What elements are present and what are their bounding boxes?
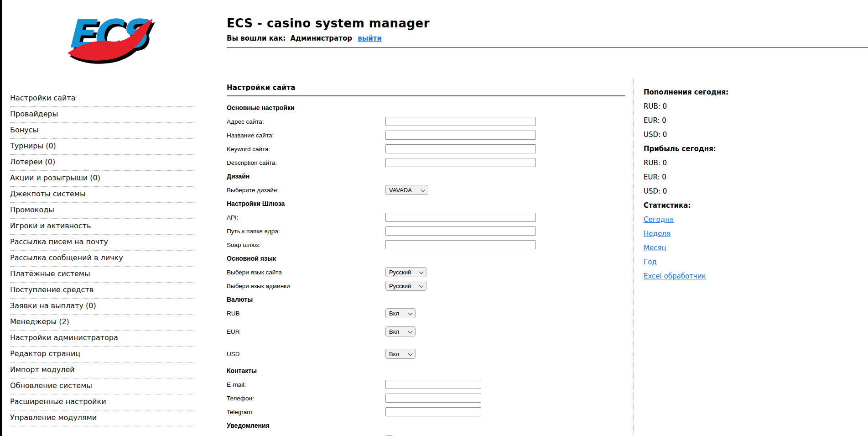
stats-link[interactable]: Месяц bbox=[644, 244, 666, 252]
ecs-logo: ECS ECS bbox=[62, 7, 156, 66]
field-label: Телефон: bbox=[227, 395, 385, 402]
field-label: Название сайта: bbox=[227, 132, 385, 139]
sidebar-item[interactable]: Джекпоты системы bbox=[10, 187, 194, 203]
sidebar-item[interactable]: Акции и розыгрыши (0) bbox=[10, 171, 194, 187]
stats-link-row: Неделя bbox=[644, 226, 844, 241]
sidebar-item[interactable]: Настройки сайта bbox=[10, 91, 194, 107]
field-label: Keyword сайта: bbox=[227, 146, 385, 152]
stats-link[interactable]: Сегодня bbox=[644, 215, 674, 224]
stats-heading: Статистика: bbox=[644, 198, 844, 212]
sidebar-item[interactable]: Лотереи (0) bbox=[10, 155, 194, 171]
page-left-border bbox=[0, 0, 2, 436]
field-label: Выберите дизайн: bbox=[227, 187, 385, 194]
stats-value: USD: 0 bbox=[644, 184, 844, 198]
field-label: EUR bbox=[227, 328, 385, 335]
sidebar-item[interactable]: Рассылка писем на почту bbox=[10, 235, 194, 251]
sidebar-item[interactable]: Заявки на выплату (0) bbox=[10, 299, 194, 315]
form-section-heading: Основные настройки bbox=[227, 101, 625, 115]
stats-link[interactable]: Excel обработчик bbox=[644, 272, 706, 280]
stats-link-row: Год bbox=[644, 255, 844, 269]
ecs-logo-image: ECS ECS bbox=[62, 7, 156, 66]
email-input[interactable] bbox=[385, 380, 481, 389]
sidebar-item[interactable]: Игроки и активность bbox=[10, 219, 194, 235]
form-row: API: bbox=[227, 210, 625, 224]
stats-link[interactable]: Неделя bbox=[644, 230, 670, 238]
stats-link-row: Excel обработчик bbox=[644, 269, 844, 283]
design-select[interactable]: VAVADA bbox=[385, 185, 428, 195]
sidebar-item[interactable]: Турниры (0) bbox=[10, 139, 194, 155]
section-title: Настройки сайта bbox=[227, 84, 625, 92]
form-section-heading: Настройки Шлюза bbox=[227, 197, 625, 210]
currency-rub-select-wrap: Вкл bbox=[385, 308, 416, 318]
field-label: Description сайта: bbox=[227, 159, 385, 166]
field-label: Выбери язык админки bbox=[227, 283, 385, 289]
form-row: Выбери язык сайтаРусский bbox=[227, 265, 625, 279]
site-keyword-input[interactable] bbox=[385, 144, 536, 153]
site-address-input[interactable] bbox=[385, 117, 536, 126]
sidebar-item[interactable]: Обновление системы bbox=[10, 378, 194, 394]
stats-value: RUB: 0 bbox=[644, 156, 844, 170]
form-row: Выберите дизайн:VAVADA bbox=[227, 183, 625, 197]
sidebar-item[interactable]: Управление модулями bbox=[10, 410, 194, 426]
field-label: Soap шлюз: bbox=[227, 242, 385, 248]
currency-usd-select[interactable]: Вкл bbox=[385, 349, 416, 359]
sidebar-item[interactable]: Платёжные системы bbox=[10, 267, 194, 283]
site-language-select[interactable]: Русский bbox=[385, 267, 426, 277]
form-row: USDВкл bbox=[227, 347, 625, 361]
header: ECS - casino system manager Вы вошли как… bbox=[227, 16, 430, 42]
stats-heading: Прибыль сегодня: bbox=[644, 142, 844, 156]
stats-panel: Пополнения сегодня:RUB: 0EUR: 0USD: 0При… bbox=[644, 85, 844, 283]
form-section-heading: Контакты bbox=[227, 364, 625, 378]
sidebar-item[interactable]: Рассылка сообщений в личку bbox=[10, 251, 194, 267]
sidebar-item[interactable]: Расширенные настройки bbox=[10, 394, 194, 410]
stats-value: RUB: 0 bbox=[644, 99, 844, 113]
design-select-wrap: VAVADA bbox=[385, 185, 428, 195]
field-label: Telegram: bbox=[227, 409, 385, 415]
admin-language-select[interactable]: Русский bbox=[385, 281, 426, 291]
sidebar-item[interactable]: Настройки администратора bbox=[10, 331, 194, 347]
stats-link-row: Месяц bbox=[644, 241, 844, 255]
form-row: E-mail: bbox=[227, 378, 625, 391]
logout-link[interactable]: выйти bbox=[358, 34, 382, 42]
login-user: Администратор bbox=[290, 34, 352, 42]
stats-heading: Пополнения сегодня: bbox=[644, 85, 844, 99]
form-row: Keyword сайта: bbox=[227, 142, 625, 156]
site-description-input[interactable] bbox=[385, 158, 536, 167]
form-row: Выбери язык админкиРусский bbox=[227, 279, 625, 293]
stats-value: EUR: 0 bbox=[644, 113, 844, 127]
main-content: Настройки сайта Основные настройкиАдрес … bbox=[227, 84, 625, 436]
sidebar-item[interactable]: Импорт модулей bbox=[10, 362, 194, 378]
sidebar-item[interactable]: Менеджеры (2) bbox=[10, 315, 194, 331]
phone-input[interactable] bbox=[385, 394, 481, 403]
field-label: Выбери язык сайта bbox=[227, 269, 385, 276]
sidebar-item[interactable]: Промокоды bbox=[10, 203, 194, 219]
field-label: USD bbox=[227, 351, 385, 357]
field-label: RUB bbox=[227, 310, 385, 317]
form-row: Путь к папке ядра: bbox=[227, 224, 625, 238]
telegram-input[interactable] bbox=[385, 407, 481, 416]
form-row: Название сайта: bbox=[227, 128, 625, 142]
form-row: Description сайта: bbox=[227, 156, 625, 169]
currency-rub-select[interactable]: Вкл bbox=[385, 308, 416, 318]
sidebar-item[interactable]: Бонусы bbox=[10, 123, 194, 139]
sidebar-menu: Настройки сайтаПровайдерыБонусыТурниры (… bbox=[10, 91, 194, 426]
api-input[interactable] bbox=[385, 213, 536, 222]
currency-eur-select[interactable]: Вкл bbox=[385, 326, 416, 336]
site-name-input[interactable] bbox=[385, 131, 536, 140]
sidebar-item[interactable]: Поступление средств bbox=[10, 283, 194, 299]
stats-link-row: Сегодня bbox=[644, 212, 844, 226]
core-folder-path-input[interactable] bbox=[385, 226, 536, 236]
form-row: RUBВкл bbox=[227, 306, 625, 320]
site-language-select-wrap: Русский bbox=[385, 267, 426, 277]
sidebar-item[interactable]: Редактор страниц bbox=[10, 347, 194, 362]
sidebar-item[interactable]: Провайдеры bbox=[10, 107, 194, 123]
stats-link[interactable]: Год bbox=[644, 258, 657, 266]
field-label: Путь к папке ядра: bbox=[227, 228, 385, 235]
form-row: Адрес сайта: bbox=[227, 115, 625, 128]
login-prefix: Вы вошли как: bbox=[227, 34, 286, 42]
page-title: ECS - casino system manager bbox=[227, 16, 430, 30]
soap-gateway-input[interactable] bbox=[385, 240, 536, 249]
form-section-heading: Уведомления bbox=[227, 419, 625, 432]
ecs-admin-page: { "header": { "logo_text": "ECS", "title… bbox=[0, 0, 868, 436]
form-row: EURВкл bbox=[227, 325, 625, 338]
